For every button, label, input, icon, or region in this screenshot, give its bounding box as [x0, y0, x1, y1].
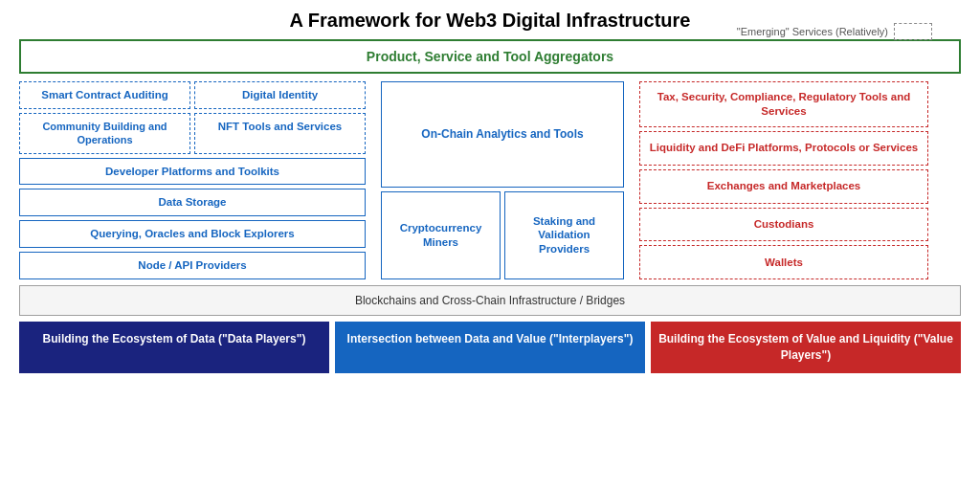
- right-column: Tax, Security, Compliance, Regulatory To…: [632, 81, 928, 279]
- data-storage-cell: Data Storage: [19, 189, 366, 216]
- smart-contract-cell: Smart Contract Auditing: [19, 81, 190, 109]
- middle-column: On-Chain Analytics and Tools Cryptocurre…: [373, 81, 632, 279]
- querying-cell: Querying, Oracles and Block Explorers: [19, 220, 366, 248]
- exchanges-cell: Exchanges and Marketplaces: [639, 169, 928, 204]
- wallets-cell: Wallets: [639, 245, 928, 279]
- left-second-row: Community Building and Operations NFT To…: [19, 113, 366, 154]
- node-api-cell: Node / API Providers: [19, 252, 366, 279]
- community-cell: Community Building and Operations: [19, 113, 190, 154]
- interplayers-cell: Intersection between Data and Value ("In…: [335, 322, 645, 373]
- mid-bottom-row: Cryptocurrency Miners Staking and Valida…: [381, 191, 624, 280]
- left-column: Smart Contract Auditing Digital Identity…: [19, 81, 373, 279]
- developer-platforms-cell: Developer Platforms and Toolkits: [19, 158, 366, 186]
- main-grid: Smart Contract Auditing Digital Identity…: [19, 81, 961, 279]
- custodians-cell: Custodians: [639, 208, 928, 242]
- value-players-cell: Building the Ecosystem of Value and Liqu…: [651, 322, 961, 373]
- digital-identity-cell: Digital Identity: [194, 81, 366, 109]
- nft-tools-cell: NFT Tools and Services: [194, 113, 366, 154]
- blockchain-bar: Blockchains and Cross-Chain Infrastructu…: [19, 285, 961, 316]
- staking-cell: Staking and Validation Providers: [504, 191, 624, 280]
- bottom-legend-row: Building the Ecosystem of Data ("Data Pl…: [19, 322, 961, 373]
- liquidity-cell: Liquidity and DeFi Platforms, Protocols …: [639, 131, 928, 166]
- left-top-row: Smart Contract Auditing Digital Identity: [19, 81, 366, 109]
- tax-cell: Tax, Security, Compliance, Regulatory To…: [639, 81, 928, 127]
- on-chain-analytics-cell: On-Chain Analytics and Tools: [381, 81, 624, 188]
- emerging-box-indicator: [894, 23, 932, 40]
- data-players-cell: Building the Ecosystem of Data ("Data Pl…: [19, 322, 329, 373]
- crypto-miners-cell: Cryptocurrency Miners: [381, 191, 501, 280]
- aggregator-bar: Product, Service and Tool Aggregators: [19, 39, 961, 74]
- emerging-label: "Emerging" Services (Relatively): [737, 23, 932, 40]
